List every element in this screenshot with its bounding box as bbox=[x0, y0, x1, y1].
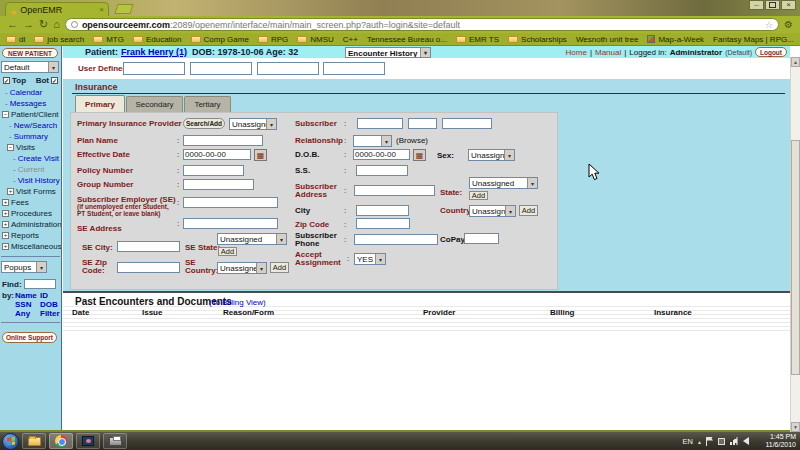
sidebar-item-miscellaneous[interactable]: Miscellaneous bbox=[0, 241, 61, 252]
se-country-add-button[interactable]: Add bbox=[270, 262, 289, 273]
bookmark-item[interactable]: Wesnoth unit tree bbox=[576, 35, 639, 44]
bookmark-item[interactable]: Education bbox=[133, 35, 182, 44]
group-number-input[interactable] bbox=[183, 179, 254, 190]
se-city-input[interactable] bbox=[117, 241, 180, 252]
sidebar-item-patient-client[interactable]: Patient/Client bbox=[0, 109, 61, 120]
zip-code-input[interactable] bbox=[356, 218, 410, 229]
find-by-name-link[interactable]: Name bbox=[15, 291, 40, 300]
expand-icon[interactable] bbox=[2, 221, 9, 228]
expand-icon[interactable] bbox=[2, 210, 9, 217]
collapse-icon[interactable] bbox=[7, 144, 14, 151]
sidebar-item-visit-history[interactable]: Visit History bbox=[0, 175, 61, 186]
sidebar-item-calendar[interactable]: Calendar bbox=[0, 87, 61, 98]
find-by-id-link[interactable]: ID bbox=[40, 291, 61, 300]
bookmark-item[interactable]: job search bbox=[34, 35, 84, 44]
sidebar-item-create-visit[interactable]: Create Visit bbox=[0, 153, 61, 164]
relationship-select[interactable] bbox=[353, 135, 392, 147]
user-defined-input[interactable] bbox=[190, 62, 252, 75]
sidebar-item-visit-forms[interactable]: Visit Forms bbox=[0, 186, 61, 197]
taskbar-explorer-button[interactable] bbox=[22, 433, 46, 449]
state-select[interactable]: Unassigned bbox=[469, 177, 538, 189]
subscriber-address-input[interactable] bbox=[354, 185, 435, 196]
back-icon[interactable] bbox=[7, 19, 18, 30]
sex-select[interactable]: Unassigned bbox=[468, 149, 515, 161]
accept-assignment-select[interactable]: YES bbox=[354, 253, 386, 265]
expand-icon[interactable] bbox=[2, 232, 9, 239]
sidebar-item-fees[interactable]: Fees bbox=[0, 197, 61, 208]
se-zip-input[interactable] bbox=[117, 262, 180, 273]
bookmark-item[interactable]: Tennessee Bureau o... bbox=[367, 35, 447, 44]
dob-input[interactable] bbox=[353, 149, 410, 160]
reload-icon[interactable] bbox=[39, 19, 48, 30]
subscriber-first-input[interactable] bbox=[357, 118, 403, 129]
new-patient-button[interactable]: NEW PATIENT bbox=[2, 48, 58, 58]
wrench-menu-icon[interactable] bbox=[784, 19, 793, 30]
maximize-button[interactable] bbox=[765, 0, 780, 10]
search-add-button[interactable]: Search/Add bbox=[183, 118, 225, 129]
tab-tertiary[interactable]: Tertiary bbox=[184, 96, 231, 112]
subscriber-last-input[interactable] bbox=[442, 118, 492, 129]
sidebar-item-visits[interactable]: Visits bbox=[0, 142, 61, 153]
volume-icon[interactable] bbox=[743, 437, 749, 445]
user-defined-input[interactable] bbox=[123, 62, 185, 75]
bookmark-item[interactable]: Fantasy Maps | RPG... bbox=[713, 35, 794, 44]
city-input[interactable] bbox=[356, 205, 409, 216]
hidden-icons-caret-icon[interactable] bbox=[698, 438, 701, 445]
clock[interactable]: 1:45 PM 11/6/2010 bbox=[754, 433, 796, 449]
se-address-input[interactable] bbox=[183, 218, 278, 229]
find-by-ssn-link[interactable]: SSN bbox=[15, 300, 40, 309]
collapse-icon[interactable] bbox=[2, 111, 9, 118]
country-select[interactable]: Unassigned bbox=[469, 205, 516, 217]
billing-view-link[interactable]: (To Billing View) bbox=[209, 298, 266, 307]
tray-window-icon[interactable] bbox=[718, 438, 725, 445]
bookmark-item[interactable]: RPG bbox=[258, 35, 288, 44]
sidebar-item-reports[interactable]: Reports bbox=[0, 230, 61, 241]
bookmark-star-icon[interactable] bbox=[765, 20, 773, 30]
bookmark-item[interactable]: Map-a-Week bbox=[647, 35, 704, 44]
start-button[interactable] bbox=[2, 433, 19, 450]
find-filter-link[interactable]: Filter bbox=[40, 309, 61, 318]
plan-name-input[interactable] bbox=[183, 135, 263, 146]
tab-close-icon[interactable] bbox=[99, 6, 104, 14]
bookmark-item[interactable]: MTG bbox=[93, 35, 124, 44]
new-tab-button[interactable] bbox=[114, 4, 133, 14]
home-link[interactable]: Home bbox=[566, 48, 587, 57]
encounter-history-select[interactable]: Encounter History bbox=[345, 47, 431, 58]
se-state-add-button[interactable]: Add bbox=[218, 247, 237, 256]
close-button[interactable] bbox=[781, 0, 796, 10]
bookmark-item[interactable]: Comp Game bbox=[191, 35, 249, 44]
layout-select[interactable]: Default bbox=[1, 61, 59, 73]
sidebar-item-procedures[interactable]: Procedures bbox=[0, 208, 61, 219]
bot-checkbox[interactable] bbox=[51, 77, 58, 84]
user-defined-input[interactable] bbox=[323, 62, 385, 75]
scroll-up-button[interactable] bbox=[791, 57, 800, 67]
sidebar-item-summary[interactable]: Summary bbox=[0, 131, 61, 142]
find-by-dob-link[interactable]: DOB bbox=[40, 300, 61, 309]
scrollbar-thumb[interactable] bbox=[791, 140, 800, 375]
bookmark-item[interactable]: NMSU bbox=[297, 35, 334, 44]
home-icon[interactable] bbox=[53, 19, 60, 30]
expand-icon[interactable] bbox=[2, 199, 9, 206]
online-support-button[interactable]: Online Support bbox=[2, 332, 57, 343]
manual-link[interactable]: Manual bbox=[595, 48, 621, 57]
vertical-scrollbar[interactable] bbox=[790, 57, 800, 432]
ss-input[interactable] bbox=[356, 165, 408, 176]
subscriber-phone-input[interactable] bbox=[354, 234, 438, 245]
taskbar-printer-button[interactable] bbox=[103, 433, 127, 449]
forward-icon[interactable] bbox=[23, 19, 34, 30]
sidebar-item-messages[interactable]: Messages bbox=[0, 98, 61, 109]
calendar-icon[interactable] bbox=[254, 149, 267, 161]
tab-secondary[interactable]: Secondary bbox=[126, 96, 183, 112]
sidebar-item-administration[interactable]: Administration bbox=[0, 219, 61, 230]
tab-primary[interactable]: Primary bbox=[75, 95, 125, 112]
state-add-button[interactable]: Add bbox=[469, 191, 488, 200]
taskbar-media-button[interactable] bbox=[76, 433, 100, 449]
copay-input[interactable] bbox=[464, 233, 499, 244]
popups-select[interactable]: Popups bbox=[1, 261, 47, 273]
se-state-select[interactable]: Unassigned bbox=[217, 233, 287, 245]
top-checkbox[interactable] bbox=[3, 77, 10, 84]
scroll-down-button[interactable] bbox=[791, 422, 800, 432]
expand-icon[interactable] bbox=[2, 243, 9, 250]
bookmark-item[interactable]: EMR TS bbox=[456, 35, 499, 44]
logout-button[interactable]: Logout bbox=[755, 47, 787, 57]
